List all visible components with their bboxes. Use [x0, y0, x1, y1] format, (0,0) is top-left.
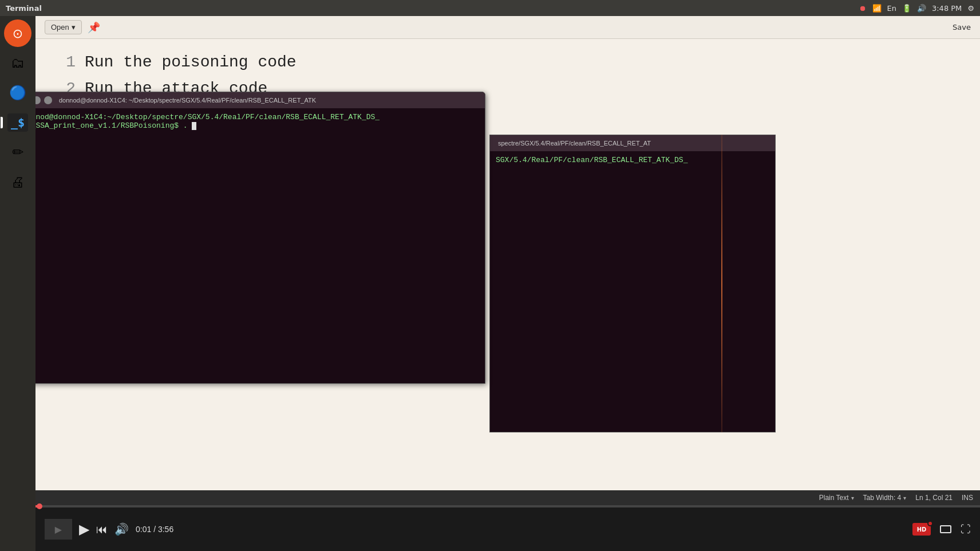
dock-item-chrome[interactable]: 🔵: [4, 79, 31, 107]
progress-bar[interactable]: [35, 505, 980, 507]
system-bar-right: ⏺ 📶 En 🔋 🔊 3:48 PM ⚙: [859, 4, 975, 13]
terminal-prompt-line1: donnod@donnod-X1C4:~/Desktop/spectre/SGX…: [22, 113, 479, 121]
recording-icon: ⏺: [859, 4, 867, 13]
toolbar: Open ▾ 📌 Save: [35, 16, 980, 39]
terminal-back-title: spectre/SGX/5.4/Real/PF/clean/RSB_ECALL_…: [498, 140, 651, 147]
terminal-back: spectre/SGX/5.4/Real/PF/clean/RSB_ECALL_…: [489, 135, 776, 432]
skip-back-button[interactable]: ⏮: [96, 523, 108, 536]
time-display: 0:01 / 3:56: [136, 525, 173, 534]
volume-icon: 🔊: [917, 4, 926, 13]
terminal-icon: _$: [7, 113, 28, 132]
ubuntu-logo-icon: ⊙: [13, 26, 23, 41]
dock-item-terminal[interactable]: _$: [4, 109, 31, 136]
system-clock: 3:48 PM: [932, 4, 962, 13]
pin-icon[interactable]: 📌: [88, 21, 100, 33]
plain-text-selector[interactable]: Plain Text ▾: [819, 494, 854, 502]
dock-item-scanner[interactable]: 🖨: [4, 168, 31, 196]
terminal-front[interactable]: donnod@donnod-X1C4: ~/Desktop/spectre/SG…: [16, 92, 485, 384]
terminal-divider: [721, 135, 722, 432]
battery-icon: 🔋: [902, 4, 911, 13]
tab-width-selector[interactable]: Tab Width: 4 ▾: [863, 494, 907, 502]
lang-indicator: En: [887, 4, 896, 13]
play-button[interactable]: ▶: [79, 521, 89, 537]
text-editor-icon: ✏️: [12, 144, 23, 160]
fullscreen-button[interactable]: ⛶: [961, 524, 971, 536]
wifi-icon: 📶: [872, 4, 882, 13]
system-bar-title: Terminal: [6, 4, 42, 13]
sidebar-dock: ⊙ 🗂 🔵 _$ ✏️ 🖨: [0, 16, 35, 551]
terminal-front-titlebar: donnod@donnod-X1C4: ~/Desktop/spectre/SG…: [17, 92, 485, 108]
terminal-cursor: [192, 122, 196, 130]
dock-item-files[interactable]: 🗂: [4, 49, 31, 77]
terminal-front-title: donnod@donnod-X1C4: ~/Desktop/spectre/SG…: [59, 97, 316, 104]
dock-item-ubuntu[interactable]: ⊙: [4, 19, 31, 47]
terminal-back-prompt: SGX/5.4/Real/PF/clean/RSB_ECALL_RET_ATK_…: [496, 156, 769, 164]
line-text-1: Run the poisoning code: [85, 50, 297, 74]
windowed-mode-button[interactable]: [940, 525, 951, 533]
video-controls: ▶ ▶ ⏮ 🔊 0:01 / 3:56 HD ⛶: [35, 507, 980, 551]
line-number-1: 1: [53, 50, 76, 74]
terminal-back-body: SGX/5.4/Real/PF/clean/RSB_ECALL_RET_ATK_…: [490, 151, 775, 432]
save-button[interactable]: Save: [953, 23, 971, 32]
scanner-icon: 🖨: [11, 174, 25, 190]
video-bar: ▶ ▶ ⏮ 🔊 0:01 / 3:56 HD ⛶: [35, 505, 980, 551]
terminal-prompt-line2: 4b_SSA_print_one_v1.1/RSBPoisoning$ .: [22, 121, 479, 130]
chrome-icon: 🔵: [9, 85, 26, 101]
tab-width-chevron-icon: ▾: [903, 495, 906, 501]
terminal-back-titlebar: spectre/SGX/5.4/Real/PF/clean/RSB_ECALL_…: [490, 135, 775, 151]
video-controls-right: HD ⛶: [912, 523, 971, 536]
terminal-maximize-button[interactable]: [44, 96, 52, 104]
hd-badge[interactable]: HD: [912, 523, 931, 536]
plain-text-chevron-icon: ▾: [851, 495, 854, 501]
thumbnail-icon: ▶: [55, 524, 62, 535]
tab-width-label: Tab Width: 4: [863, 494, 902, 502]
dock-item-text-editor[interactable]: ✏️: [4, 139, 31, 166]
settings-icon[interactable]: ⚙: [967, 4, 974, 13]
progress-dot: [37, 503, 42, 509]
video-thumbnail: ▶: [45, 519, 72, 540]
editor-line-1: 1 Run the poisoning code: [53, 50, 963, 74]
video-controls-left: ▶ ▶ ⏮ 🔊 0:01 / 3:56: [45, 519, 906, 540]
cursor-position: Ln 1, Col 21: [915, 494, 953, 502]
status-bar: Plain Text ▾ Tab Width: 4 ▾ Ln 1, Col 21…: [35, 490, 980, 505]
open-label: Open: [51, 23, 69, 32]
ins-mode-indicator: INS: [962, 494, 973, 502]
files-icon: 🗂: [11, 55, 25, 71]
open-button[interactable]: Open ▾: [45, 20, 82, 34]
hd-badge-notification: [927, 521, 933, 526]
system-bar: Terminal ⏺ 📶 En 🔋 🔊 3:48 PM ⚙: [0, 0, 980, 16]
plain-text-label: Plain Text: [819, 494, 849, 502]
terminal-front-body[interactable]: donnod@donnod-X1C4:~/Desktop/spectre/SGX…: [17, 108, 485, 383]
volume-button[interactable]: 🔊: [114, 522, 129, 536]
system-bar-left: Terminal: [6, 4, 42, 13]
open-chevron-icon: ▾: [72, 23, 76, 32]
